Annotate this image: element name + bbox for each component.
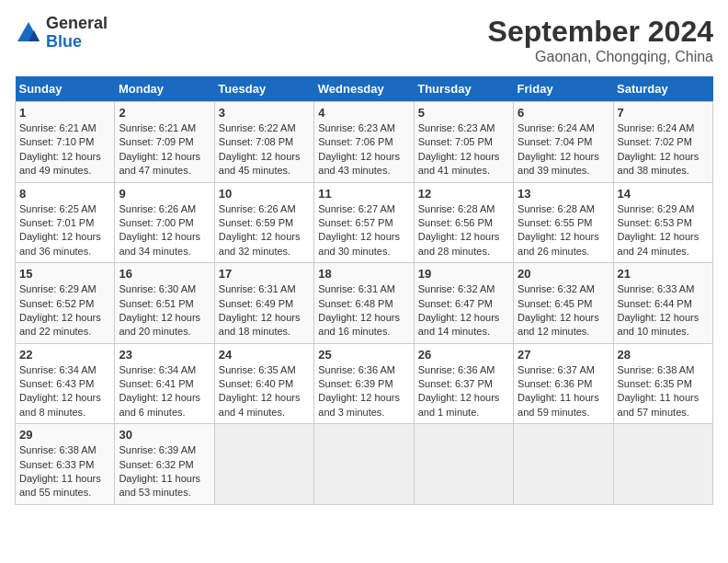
calendar-cell-1: 1Sunrise: 6:21 AMSunset: 7:10 PMDaylight…: [16, 102, 115, 183]
calendar-cell-21: 21Sunrise: 6:33 AMSunset: 6:44 PMDayligh…: [613, 263, 712, 344]
calendar-cell-7: 7Sunrise: 6:24 AMSunset: 7:02 PMDaylight…: [613, 102, 712, 183]
calendar-cell-29: 29Sunrise: 6:38 AMSunset: 6:33 PMDayligh…: [16, 424, 115, 505]
calendar-cell-8: 8Sunrise: 6:25 AMSunset: 7:01 PMDaylight…: [16, 182, 115, 263]
calendar-cell-14: 14Sunrise: 6:29 AMSunset: 6:53 PMDayligh…: [613, 182, 712, 263]
column-header-saturday: Saturday: [613, 76, 712, 102]
calendar-cell-18: 18Sunrise: 6:31 AMSunset: 6:48 PMDayligh…: [314, 263, 414, 344]
calendar-cell-5: 5Sunrise: 6:23 AMSunset: 7:05 PMDaylight…: [414, 102, 513, 183]
title-block: September 2024 Gaonan, Chongqing, China: [488, 15, 713, 65]
page-header: General Blue September 2024 Gaonan, Chon…: [15, 15, 713, 65]
calendar-cell-23: 23Sunrise: 6:34 AMSunset: 6:41 PMDayligh…: [115, 343, 214, 424]
calendar-cell-empty: [314, 424, 414, 505]
calendar-week-4: 22Sunrise: 6:34 AMSunset: 6:43 PMDayligh…: [16, 343, 713, 424]
calendar-cell-17: 17Sunrise: 6:31 AMSunset: 6:49 PMDayligh…: [214, 263, 313, 344]
calendar-cell-16: 16Sunrise: 6:30 AMSunset: 6:51 PMDayligh…: [115, 263, 214, 344]
calendar-cell-6: 6Sunrise: 6:24 AMSunset: 7:04 PMDaylight…: [514, 102, 613, 183]
column-header-friday: Friday: [514, 76, 613, 102]
calendar-cell-11: 11Sunrise: 6:27 AMSunset: 6:57 PMDayligh…: [314, 182, 414, 263]
calendar-cell-empty: [514, 424, 613, 505]
calendar-cell-12: 12Sunrise: 6:28 AMSunset: 6:56 PMDayligh…: [414, 182, 513, 263]
calendar-cell-15: 15Sunrise: 6:29 AMSunset: 6:52 PMDayligh…: [16, 263, 115, 344]
column-header-wednesday: Wednesday: [314, 76, 414, 102]
calendar-cell-empty: [414, 424, 513, 505]
logo: General Blue: [15, 15, 108, 52]
calendar-cell-27: 27Sunrise: 6:37 AMSunset: 6:36 PMDayligh…: [514, 343, 613, 424]
calendar-cell-30: 30Sunrise: 6:39 AMSunset: 6:32 PMDayligh…: [115, 424, 214, 505]
calendar-cell-24: 24Sunrise: 6:35 AMSunset: 6:40 PMDayligh…: [214, 343, 313, 424]
page-subtitle: Gaonan, Chongqing, China: [488, 49, 713, 65]
calendar-week-3: 15Sunrise: 6:29 AMSunset: 6:52 PMDayligh…: [16, 263, 713, 344]
column-header-tuesday: Tuesday: [214, 76, 313, 102]
calendar-cell-25: 25Sunrise: 6:36 AMSunset: 6:39 PMDayligh…: [314, 343, 414, 424]
calendar-cell-4: 4Sunrise: 6:23 AMSunset: 7:06 PMDaylight…: [314, 102, 414, 183]
calendar-week-1: 1Sunrise: 6:21 AMSunset: 7:10 PMDaylight…: [16, 102, 713, 183]
calendar-cell-19: 19Sunrise: 6:32 AMSunset: 6:47 PMDayligh…: [414, 263, 513, 344]
column-header-monday: Monday: [115, 76, 214, 102]
calendar-cell-13: 13Sunrise: 6:28 AMSunset: 6:55 PMDayligh…: [514, 182, 613, 263]
calendar-cell-22: 22Sunrise: 6:34 AMSunset: 6:43 PMDayligh…: [16, 343, 115, 424]
calendar-cell-empty: [613, 424, 712, 505]
calendar-table: SundayMondayTuesdayWednesdayThursdayFrid…: [15, 76, 713, 505]
calendar-cell-empty: [214, 424, 313, 505]
calendar-week-5: 29Sunrise: 6:38 AMSunset: 6:33 PMDayligh…: [16, 424, 713, 505]
logo-blue-text: Blue: [46, 33, 108, 52]
calendar-cell-26: 26Sunrise: 6:36 AMSunset: 6:37 PMDayligh…: [414, 343, 513, 424]
calendar-cell-2: 2Sunrise: 6:21 AMSunset: 7:09 PMDaylight…: [115, 102, 214, 183]
calendar-cell-28: 28Sunrise: 6:38 AMSunset: 6:35 PMDayligh…: [613, 343, 712, 424]
logo-icon: [15, 19, 42, 47]
calendar-cell-9: 9Sunrise: 6:26 AMSunset: 7:00 PMDaylight…: [115, 182, 214, 263]
column-header-thursday: Thursday: [414, 76, 513, 102]
column-header-sunday: Sunday: [16, 76, 115, 102]
calendar-cell-10: 10Sunrise: 6:26 AMSunset: 6:59 PMDayligh…: [214, 182, 313, 263]
calendar-header-row: SundayMondayTuesdayWednesdayThursdayFrid…: [16, 76, 713, 102]
page-title: September 2024: [488, 15, 713, 49]
calendar-cell-20: 20Sunrise: 6:32 AMSunset: 6:45 PMDayligh…: [514, 263, 613, 344]
logo-general-text: General: [46, 15, 108, 33]
calendar-week-2: 8Sunrise: 6:25 AMSunset: 7:01 PMDaylight…: [16, 182, 713, 263]
calendar-cell-3: 3Sunrise: 6:22 AMSunset: 7:08 PMDaylight…: [214, 102, 313, 183]
